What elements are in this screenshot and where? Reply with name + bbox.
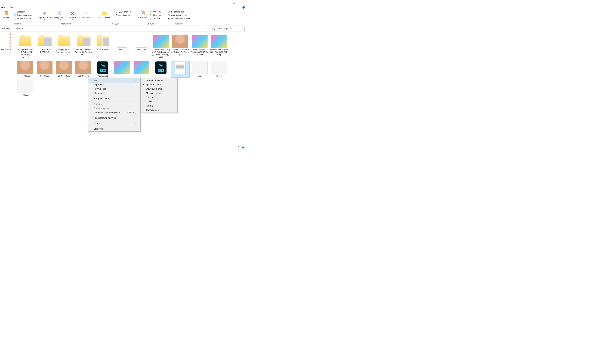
breadcrumb-pc[interactable]: компьютер [1,28,12,30]
help-icon[interactable]: ? [242,6,245,9]
pin-icon[interactable]: 📌 [9,39,11,41]
file-thumbnail [75,35,91,48]
file-item[interactable]: 03.jpg [16,80,35,97]
file-item[interactable]: PsPSD765789.psd [93,61,112,78]
delete-icon [70,10,75,16]
open-icon: 📂 [150,10,152,13]
maximize-button[interactable]: ▢ [230,0,238,5]
breadcrumb-downloads[interactable]: Загрузки [14,28,23,30]
file-item[interactable]: H0ba9d2dccffa49079fd1eb965f3a179a9.jpg [171,35,190,59]
menu-new[interactable]: Создать› [88,121,140,126]
submenu-tiles[interactable]: Плитка [141,104,177,108]
new-item-icon: 📄 [112,10,115,13]
clipboard-group-label: обмена [1,22,34,26]
file-item[interactable]: 765789.jpg [16,61,35,78]
history-icon: 🕑 [150,17,152,20]
select-none-button[interactable]: ☐Снять выделение [167,14,191,17]
file-item[interactable]: 765789...jpg [74,61,93,78]
file-item[interactable]: Фото на документы Профи 9.0 RePack (& ..… [74,35,93,59]
cut-button[interactable]: ✂Вырезать [12,10,34,13]
rename-button[interactable]: Переименовать [78,10,94,19]
search-box[interactable]: 🔍 [211,27,245,31]
title-bar: ─ ▢ ✕ [0,0,246,5]
history-button[interactable]: 🕑Журнал [149,17,164,20]
chevron-right-icon: › [135,117,136,119]
file-thumbnail [37,61,52,74]
new-folder-button[interactable]: Новая папка [97,10,111,19]
file-name-label: 56789.jpg [40,75,49,77]
submenu-content[interactable]: Содержимое [141,108,177,112]
file-item[interactable]: PsPSD [151,61,170,78]
copy-path-button[interactable]: 📋Скопировать путь [12,14,34,17]
submenu-details[interactable]: Таблица [141,99,177,104]
tab-share[interactable]: ться [1,6,5,9]
refresh-button[interactable]: ⟳ [205,27,210,31]
easy-access-button[interactable]: 📂Простой доступ▾ [111,14,134,17]
context-menu-main[interactable]: Вид› Сортировка› Группировка› Обновить Н… [88,78,140,132]
file-item[interactable]: H2ff27b7f349c43efb28b874cc3b94e3bP.webp [210,35,228,59]
file-item[interactable]: РАЗОБРАТЬ [93,35,112,59]
edit-button[interactable]: ✎Изменить [149,14,164,17]
pin-icon[interactable]: 📌 [9,45,11,47]
select-all-button[interactable]: ☑Выделить все [167,10,191,13]
pin-icon[interactable]: 📌 [9,33,11,35]
menu-group[interactable]: Группировка› [88,87,140,91]
file-item[interactable]: 555 (1).txt [132,35,151,59]
invert-selection-button[interactable]: ◩Обратить выделение [167,17,191,20]
submenu-medium-icons[interactable]: Обычные значки [141,87,177,91]
menu-undo-rename[interactable]: Отменить переименованиеCTRL+Z [88,110,140,115]
history-dropdown-button[interactable]: ⌄ [200,27,204,31]
open-group-label: Открыть [137,22,164,26]
open-button[interactable]: 📂Открыть▾ [149,10,164,13]
menu-paste-shortcut: Вставить ярлык [88,106,140,110]
search-input[interactable] [216,28,243,30]
submenu-small-icons[interactable]: Мелкие значки [141,91,177,95]
menu-grant-access[interactable]: Предоставить доступ к› [88,116,140,120]
menu-properties[interactable]: Свойства [88,127,140,131]
delete-button[interactable]: Удалить▾ [68,10,77,21]
file-item[interactable]: .jpg [190,61,209,78]
paste-shortcut-button[interactable]: 📄Вставить ярлык [12,17,34,20]
file-item[interactable]: ПОВЕРБАНК ВОЗВРАТ [35,35,54,59]
icons-view-button[interactable]: ▦ [241,146,245,149]
menu-paste: Вставить [88,102,140,106]
file-item[interactable]: Vit Registry Fix Pro 12.7 RePack (& Port… [16,35,35,59]
copy-to-button[interactable]: Копировать в▾ [53,10,67,21]
new-item-button[interactable]: 📄Создать элемент▾ [111,10,134,13]
submenu-large-icons[interactable]: ●Крупные значки [141,83,177,87]
file-item[interactable]: 02.jpg [210,61,228,78]
tab-view[interactable]: Вид [10,6,13,9]
details-view-button[interactable]: ☰ [236,146,241,149]
file-item[interactable]: H7c40df0ccb3e47488ea3d55379a79b9ch.webp [190,35,209,59]
menu-refresh[interactable]: Обновить [88,91,140,95]
file-name-label: HTB188EIXea5K1Rjt_a0q6zGdVXa8.jpg_480x48… [152,49,170,58]
file-item[interactable]: 555.txt [113,35,131,59]
pin-icon[interactable]: 📌 [9,42,11,44]
file-thumbnail [211,35,227,48]
menu-view[interactable]: Вид› [88,78,140,83]
properties-button[interactable]: Свойства▾ [137,10,148,21]
minimize-button[interactable]: ─ [222,0,230,5]
file-item[interactable]: HTB188EIXea5K1Rjt_a0q6zGdVXa8.jpg_480x48… [151,35,170,59]
file-name-label: ПОВЕРБАНК ВОЗВРАТ [36,49,54,54]
menu-customize[interactable]: Настроить папку... [88,97,140,101]
move-to-button[interactable]: Переместить в▾ [37,10,52,21]
sidebar-item[interactable]: е во всей паг [0,49,11,50]
file-item[interactable] [132,61,151,78]
breadcrumb[interactable]: компьютер › Загрузки [1,28,198,30]
context-menu-view-sub[interactable]: Огромные значки ●Крупные значки Обычные … [140,78,178,113]
easy-access-icon: 📂 [112,14,115,17]
file-item[interactable]: 56789.jpg [35,61,54,78]
file-item[interactable] [171,61,190,78]
close-button[interactable]: ✕ [238,0,246,5]
submenu-list[interactable]: Список [141,95,177,99]
pin-icon[interactable]: 📌 [9,37,11,38]
paste-button[interactable]: Вставить [1,10,12,19]
file-thumbnail [37,35,52,48]
file-item[interactable]: для прмьер 2017 эфекты текста [55,35,73,59]
menu-sort[interactable]: Сортировка› [88,83,140,87]
file-item[interactable] [113,61,131,78]
file-item[interactable]: 98765678.jpg [55,61,73,78]
ribbon-collapse-icon[interactable]: ˆ [241,6,241,9]
submenu-huge-icons[interactable]: Огромные значки [141,78,177,83]
